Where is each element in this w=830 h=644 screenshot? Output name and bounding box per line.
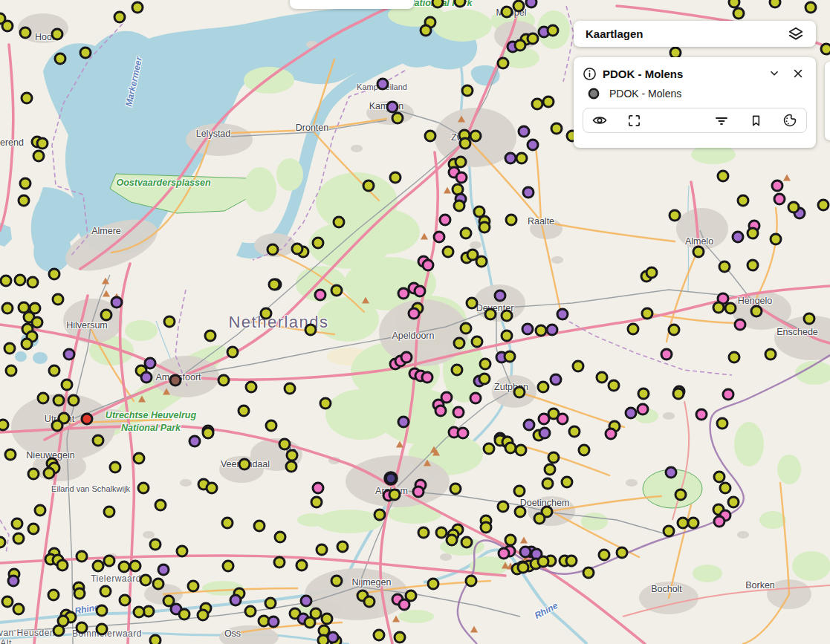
map-marker[interactable] (15, 275, 25, 285)
map-marker[interactable] (377, 79, 388, 89)
map-marker[interactable] (158, 565, 169, 575)
map-marker[interactable] (313, 483, 323, 493)
map-marker[interactable] (120, 595, 130, 605)
map-marker[interactable] (528, 140, 538, 150)
map-marker[interactable] (638, 388, 649, 399)
map-marker[interactable] (2, 21, 13, 31)
map-marker[interactable] (363, 180, 374, 191)
map-marker[interactable] (719, 261, 730, 272)
map-marker[interactable] (714, 516, 724, 527)
map-marker[interactable] (266, 420, 276, 431)
map-marker[interactable] (269, 279, 279, 290)
map-marker[interactable] (421, 25, 431, 36)
map-marker[interactable] (450, 484, 461, 494)
map-marker[interactable] (502, 331, 512, 341)
map-marker[interactable] (54, 625, 64, 636)
layers-icon[interactable] (788, 26, 804, 42)
map-marker[interactable] (134, 453, 144, 464)
map-marker[interactable] (771, 234, 781, 244)
map-marker[interactable] (499, 548, 509, 559)
map-marker[interactable] (821, 44, 830, 54)
map-marker[interactable] (557, 309, 568, 319)
map-marker[interactable] (470, 131, 481, 141)
map-marker[interactable] (432, 0, 443, 7)
map-marker[interactable] (673, 388, 684, 399)
map-marker[interactable] (320, 398, 331, 409)
map-marker[interactable] (462, 85, 473, 96)
map-marker[interactable] (188, 581, 198, 591)
map-marker[interactable] (32, 317, 42, 328)
map-marker[interactable] (729, 352, 739, 362)
map-marker[interactable] (536, 325, 546, 336)
map-marker[interactable] (513, 1, 524, 11)
map-marker[interactable] (729, 0, 739, 7)
map-marker[interactable] (205, 331, 215, 341)
map-marker[interactable] (77, 551, 87, 562)
map-marker[interactable] (415, 286, 425, 296)
map-marker[interactable] (203, 428, 213, 438)
map-marker[interactable] (788, 202, 799, 212)
map-marker[interactable] (751, 306, 762, 316)
map-marker[interactable] (301, 596, 311, 606)
map-marker[interactable] (547, 325, 557, 335)
map-marker[interactable] (395, 632, 405, 643)
map-marker[interactable] (239, 459, 250, 469)
map-marker[interactable] (364, 596, 375, 607)
map-marker[interactable] (0, 537, 5, 547)
map-marker[interactable] (476, 256, 487, 267)
map-marker[interactable] (1, 276, 11, 286)
map-marker[interactable] (725, 303, 736, 313)
map-marker[interactable] (20, 178, 30, 189)
map-marker[interactable] (111, 297, 122, 308)
map-marker[interactable] (222, 518, 233, 528)
map-marker[interactable] (515, 40, 525, 51)
map-marker[interactable] (265, 598, 276, 608)
map-marker[interactable] (390, 172, 401, 183)
map-marker[interactable] (119, 562, 129, 572)
map-marker[interactable] (443, 247, 453, 257)
bookmark-button[interactable] (747, 111, 765, 129)
map-marker[interactable] (609, 380, 619, 391)
map-marker[interactable] (387, 102, 398, 112)
map-marker[interactable] (562, 477, 572, 487)
map-marker[interactable] (406, 591, 416, 601)
map-marker[interactable] (765, 349, 776, 360)
map-marker[interactable] (542, 478, 553, 489)
map-marker[interactable] (514, 486, 525, 496)
map-marker[interactable] (110, 462, 120, 472)
map-marker[interactable] (528, 33, 538, 44)
map-marker[interactable] (515, 507, 525, 517)
map-marker[interactable] (374, 630, 384, 640)
map-marker[interactable] (101, 310, 111, 320)
map-marker[interactable] (261, 308, 271, 319)
zoom-to-extent-button[interactable] (625, 111, 643, 129)
map-marker[interactable] (62, 380, 72, 390)
map-marker[interactable] (413, 487, 424, 497)
map-marker[interactable] (666, 467, 676, 478)
map-marker[interactable] (597, 372, 607, 383)
map-marker[interactable] (467, 298, 477, 308)
map-marker[interactable] (2, 596, 13, 607)
map-marker[interactable] (481, 522, 491, 533)
map-marker[interactable] (230, 595, 241, 605)
map-marker[interactable] (447, 535, 457, 545)
map-marker[interactable] (64, 349, 74, 360)
map-marker[interactable] (524, 420, 534, 430)
map-marker[interactable] (583, 567, 594, 578)
map-marker[interactable] (57, 560, 68, 570)
map-marker[interactable] (670, 48, 681, 58)
map-marker[interactable] (599, 550, 609, 560)
map-marker[interactable] (519, 126, 529, 137)
map-marker[interactable] (713, 302, 724, 313)
map-marker[interactable] (141, 372, 152, 383)
map-marker[interactable] (189, 436, 200, 446)
map-marker[interactable] (458, 428, 468, 438)
map-marker[interactable] (522, 324, 533, 334)
map-marker[interactable] (606, 429, 616, 439)
map-marker[interactable] (505, 153, 516, 163)
map-marker[interactable] (733, 8, 744, 19)
map-marker[interactable] (375, 510, 385, 520)
map-marker[interactable] (245, 606, 256, 617)
map-marker[interactable] (170, 375, 181, 386)
map-marker[interactable] (422, 372, 432, 383)
